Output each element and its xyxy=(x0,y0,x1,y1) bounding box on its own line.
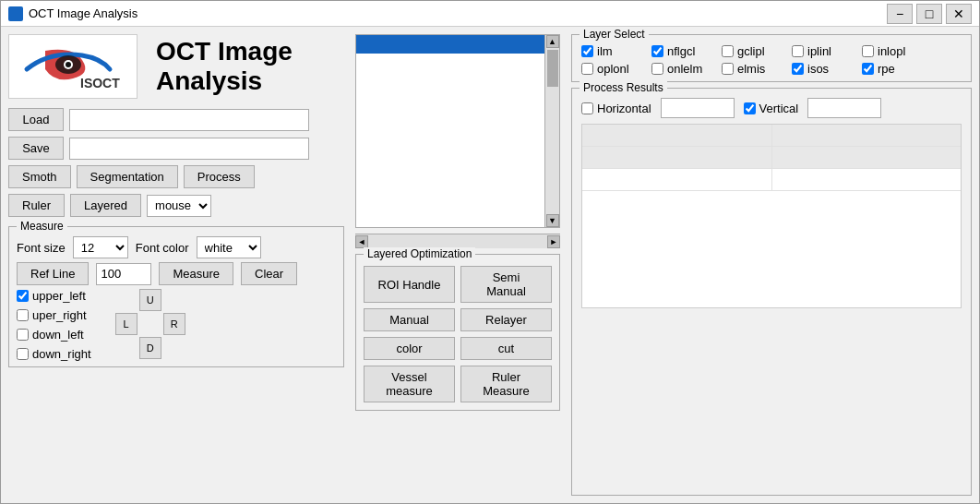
vertical-checkbox[interactable] xyxy=(744,102,756,114)
logo-box: ISOCT xyxy=(8,34,137,99)
elmis-checkbox[interactable] xyxy=(722,63,734,75)
roi-handle-button[interactable]: ROI Handle xyxy=(364,266,455,303)
ref-line-button[interactable]: Ref Line xyxy=(17,262,89,285)
right-panel: Layer Select ilm nflgcl gclipl xyxy=(564,27,979,503)
clear-button[interactable]: Clear xyxy=(241,262,297,285)
manual-button[interactable]: Manual xyxy=(364,308,455,331)
layered-button[interactable]: Layered xyxy=(70,194,141,217)
scroll-up-arrow[interactable]: ▲ xyxy=(546,35,559,48)
oplonl-label: oplonl xyxy=(597,62,629,76)
vertical-check: Vertical xyxy=(744,102,799,115)
layered-btn-grid: ROI Handle Semi Manual Manual Relayer xyxy=(364,266,552,331)
vertical-scrollbar[interactable]: ▲ ▼ xyxy=(544,35,559,227)
measure-button[interactable]: Measure xyxy=(159,262,233,285)
layer-select-label: Layer Select xyxy=(580,28,649,41)
app-title: OCT Image Analysis xyxy=(156,37,344,96)
table-row xyxy=(582,147,961,169)
oplonl-checkbox[interactable] xyxy=(581,63,593,75)
load-input[interactable] xyxy=(69,109,309,131)
uper-right-check: uper_right xyxy=(17,308,91,322)
isos-label: isos xyxy=(807,62,829,76)
middle-panel: ▲ ▼ ◄ ► Layered Optimization ROI Handle … xyxy=(352,27,564,503)
close-button[interactable]: ✕ xyxy=(946,4,972,24)
relayer-button[interactable]: Relayer xyxy=(460,308,552,331)
table-row xyxy=(582,125,961,147)
uper-right-label: uper_right xyxy=(32,308,87,322)
ref-line-input[interactable] xyxy=(96,263,151,285)
dir-empty-center xyxy=(139,313,161,335)
horizontal-scrollbar[interactable]: ◄ ► xyxy=(355,234,560,248)
segmentation-button[interactable]: Segmentation xyxy=(77,165,178,188)
gclipl-checkbox[interactable] xyxy=(722,45,734,57)
inlopl-checkbox[interactable] xyxy=(862,45,874,57)
onlelm-label: onlelm xyxy=(667,62,702,76)
window-title: OCT Image Analysis xyxy=(29,6,137,20)
font-size-select[interactable]: 12 xyxy=(73,236,128,258)
horizontal-input[interactable] xyxy=(661,98,735,118)
upper-left-checkbox[interactable] xyxy=(17,290,29,302)
ruler-button[interactable]: Ruler xyxy=(8,194,65,217)
canvas-content xyxy=(356,54,559,228)
down-left-checkbox[interactable] xyxy=(17,329,29,341)
inlopl-label: inlopl xyxy=(878,44,905,58)
save-button[interactable]: Save xyxy=(8,137,64,160)
load-row: Load xyxy=(8,108,344,131)
rpe-checkbox[interactable] xyxy=(862,63,874,75)
vessel-measure-button[interactable]: Vessel measure xyxy=(364,366,455,402)
font-row: Font size 12 Font color white xyxy=(17,236,336,258)
ilm-checkbox[interactable] xyxy=(581,45,593,57)
load-button[interactable]: Load xyxy=(8,108,64,131)
measure-group-label: Measure xyxy=(17,220,67,233)
nflgcl-checkbox[interactable] xyxy=(651,45,663,57)
scroll-thumb[interactable] xyxy=(547,50,558,87)
color-button[interactable]: color xyxy=(364,337,455,360)
checkboxes: upper_left uper_right down_left dow xyxy=(17,289,91,361)
svg-point-2 xyxy=(66,62,71,67)
cut-button[interactable]: cut xyxy=(460,337,552,360)
dir-empty-bl xyxy=(115,337,137,359)
down-right-checkbox[interactable] xyxy=(17,348,29,360)
minimize-button[interactable]: − xyxy=(887,4,913,24)
dir-left-button[interactable]: L xyxy=(115,313,137,335)
refline-row: Ref Line Measure Clear xyxy=(17,262,336,285)
layer-iplinl: iplinl xyxy=(792,44,847,58)
font-color-select[interactable]: white xyxy=(197,236,261,258)
font-color-label: Font color xyxy=(136,241,189,255)
scroll-right-arrow[interactable]: ► xyxy=(547,235,560,248)
dir-down-button[interactable]: D xyxy=(139,337,161,359)
down-right-label: down_right xyxy=(32,347,91,361)
process-button[interactable]: Process xyxy=(184,165,255,188)
iplinl-label: iplinl xyxy=(807,44,831,58)
measure-group: Measure Font size 12 Font color white Re… xyxy=(8,226,344,367)
horizontal-checkbox[interactable] xyxy=(581,102,593,114)
gclipl-label: gclipl xyxy=(737,44,765,58)
down-left-check: down_left xyxy=(17,328,91,342)
table-cell xyxy=(772,125,962,146)
scroll-track-h xyxy=(368,237,547,246)
layer-onlelm: onlelm xyxy=(651,62,707,76)
mouse-select[interactable]: mouse xyxy=(147,195,211,217)
dir-empty-br xyxy=(163,337,185,359)
dir-up-button[interactable]: U xyxy=(139,289,161,311)
scroll-left-arrow[interactable]: ◄ xyxy=(355,235,368,248)
table-row xyxy=(582,169,961,191)
uper-right-checkbox[interactable] xyxy=(17,309,29,321)
font-size-label: Font size xyxy=(17,241,66,255)
save-input[interactable] xyxy=(69,138,309,160)
isos-checkbox[interactable] xyxy=(792,63,804,75)
title-bar: OCT Image Analysis − □ ✕ xyxy=(1,1,979,27)
iplinl-checkbox[interactable] xyxy=(792,45,804,57)
process-results-label: Process Results xyxy=(580,81,667,94)
left-panel: ISOCT OCT Image Analysis Load Save Smoth… xyxy=(1,27,352,503)
vertical-input[interactable] xyxy=(807,98,881,118)
maximize-button[interactable]: □ xyxy=(916,4,942,24)
semi-manual-button[interactable]: Semi Manual xyxy=(460,266,552,303)
layer-oplonl: oplonl xyxy=(581,62,637,76)
process-header: Horizontal Vertical xyxy=(581,98,962,118)
smoth-button[interactable]: Smoth xyxy=(8,165,71,188)
scroll-down-arrow[interactable]: ▼ xyxy=(546,214,559,227)
layer-elmis: elmis xyxy=(722,62,777,76)
onlelm-checkbox[interactable] xyxy=(651,63,663,75)
ruler-measure-button[interactable]: Ruler Measure xyxy=(460,366,552,402)
dir-right-button[interactable]: R xyxy=(163,313,185,335)
